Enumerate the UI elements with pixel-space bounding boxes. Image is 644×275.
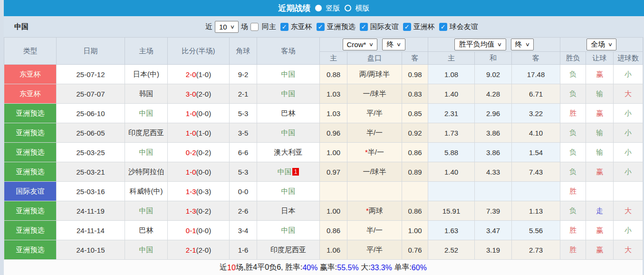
- competition-label-eastasia[interactable]: 东亚杯: [291, 22, 312, 31]
- cell-europe-away-odds: 6.71: [512, 84, 560, 104]
- chevron-down-icon: ∨: [525, 41, 529, 48]
- check-icon: ✓: [404, 23, 410, 30]
- cell-asia-away-odds: 0.92: [402, 123, 428, 143]
- chevron-down-icon: ∨: [369, 41, 374, 48]
- cell-score: 0-1(0-0): [168, 221, 230, 240]
- cell-home-team: 巴林: [125, 221, 168, 240]
- cell-win-loss: 胜: [560, 221, 586, 240]
- cell-handicap: [347, 182, 402, 201]
- cell-handicap: 半/一: [347, 221, 402, 240]
- cell-home-team: 印度尼西亚: [125, 123, 168, 143]
- cell-away-team: 日本: [257, 201, 320, 221]
- cell-europe-away-odds: 3.22: [512, 104, 560, 123]
- filter-bar: 中国 近 10 ∨ 场 同主 ✓ 东亚杯 ✓ 亚洲预选 ✓ 国际友谊 ✓ 亚洲杯…: [4, 16, 644, 37]
- cell-score: 3-0(2-0): [168, 84, 230, 104]
- cell-corners: 5-3: [230, 162, 257, 182]
- competition-checkbox-clubfriendly[interactable]: ✓: [439, 23, 447, 31]
- horizontal-layout-label[interactable]: 横版: [356, 4, 370, 13]
- cell-away-team: 中国: [257, 65, 320, 84]
- cell-away-team: 中国: [257, 84, 320, 104]
- cell-europe-home-odds: [428, 182, 475, 201]
- cell-goals-result: 大: [614, 240, 643, 260]
- competition-checkbox-friendly[interactable]: ✓: [360, 23, 368, 31]
- cell-handicap-result: 赢: [586, 221, 614, 240]
- cell-handicap-result: 赢: [586, 104, 614, 123]
- cell-europe-home-odds: 1.73: [428, 123, 475, 143]
- cell-corners: 3-5: [230, 123, 257, 143]
- cell-competition-type: 国际友谊: [4, 182, 57, 201]
- asia-odds-company-select[interactable]: Crow* ∨: [343, 39, 378, 50]
- competition-label-asiancup[interactable]: 亚洲杯: [413, 22, 435, 31]
- cell-europe-home-odds: 2.31: [428, 104, 475, 123]
- cell-away-team: 澳大利亚: [257, 143, 320, 162]
- same-home-label[interactable]: 同主: [262, 22, 276, 31]
- cell-goals-result: [614, 182, 643, 201]
- cell-goals-result: 小: [614, 143, 643, 162]
- competition-checkbox-asianqual[interactable]: ✓: [317, 23, 325, 31]
- competition-checkbox-asiancup[interactable]: ✓: [403, 23, 411, 31]
- subheader-europe-away: 客: [512, 52, 560, 65]
- horizontal-layout-radio[interactable]: [345, 5, 351, 11]
- recent-count-select[interactable]: 10 ∨: [215, 21, 239, 33]
- cell-date: 25-03-21: [57, 162, 125, 182]
- asia-odds-time-select[interactable]: 终 ∨: [382, 39, 405, 50]
- cell-date: 25-07-12: [57, 65, 125, 84]
- cell-corners: 3-4: [230, 221, 257, 240]
- table-row: 亚洲预选25-06-10中国1-0(0-0)5-3巴林1.03平/半0.852.…: [4, 104, 643, 123]
- cell-europe-draw-odds: 7.39: [475, 201, 512, 221]
- cell-home-team: 中国: [125, 143, 168, 162]
- header-date: 日期: [57, 38, 125, 65]
- cell-europe-draw-odds: [475, 182, 512, 201]
- team-name: 中国: [14, 22, 29, 31]
- cell-europe-away-odds: 1.54: [512, 143, 560, 162]
- vertical-layout-label[interactable]: 竖版: [326, 4, 340, 13]
- cell-date: 25-06-10: [57, 104, 125, 123]
- summary-segment: 大:: [359, 263, 371, 273]
- subheader-europe-draw: 和: [475, 52, 512, 65]
- cell-corners: 2-6: [230, 201, 257, 221]
- cell-corners: 6-6: [230, 143, 257, 162]
- competition-label-asianqual[interactable]: 亚洲预选: [327, 22, 356, 31]
- cell-asia-away-odds: 0.86: [402, 201, 428, 221]
- summary-segment: 10: [227, 264, 236, 272]
- cell-date: 24-11-14: [57, 221, 125, 240]
- cell-home-team: 中国: [125, 104, 168, 123]
- cell-europe-draw-odds: 2.96: [475, 104, 512, 123]
- table-row: 亚洲预选24-11-14巴林0-1(0-0)3-4中国0.86半/一1.001.…: [4, 221, 643, 240]
- subheader-asia-away: 客: [402, 52, 428, 65]
- table-row: 国际友谊25-03-16科威特(中)1-3(0-3)0-0中国胜: [4, 182, 643, 201]
- summary-segment: 赢率:: [317, 263, 337, 273]
- table-row: 亚洲预选25-03-25中国0-2(0-2)6-6澳大利亚1.00*半/一0.8…: [4, 143, 643, 162]
- vertical-layout-radio[interactable]: [315, 5, 322, 11]
- cell-win-loss: 负: [560, 201, 586, 221]
- cell-away-team: 中国: [257, 221, 320, 240]
- cell-europe-home-odds: 1.40: [428, 162, 475, 182]
- competition-label-clubfriendly[interactable]: 球会友谊: [450, 22, 478, 31]
- cell-corners: 2-1: [230, 84, 257, 104]
- cell-competition-type: 亚洲预选: [4, 240, 57, 260]
- recent-label: 近: [205, 22, 212, 31]
- header-home: 主场: [125, 38, 168, 65]
- europe-odds-time-select[interactable]: 终 ∨: [511, 39, 534, 50]
- cell-europe-draw-odds: 3.86: [475, 143, 512, 162]
- cell-date: 25-03-16: [57, 182, 125, 201]
- cell-europe-home-odds: 2.52: [428, 240, 475, 260]
- cell-win-loss: 胜: [560, 104, 586, 123]
- europe-odds-type-select[interactable]: 胜平负均值 ∨: [454, 39, 506, 50]
- cell-away-team: 中国: [257, 182, 320, 201]
- summary-segment: 33.3%: [371, 264, 392, 272]
- check-icon: ✓: [318, 23, 323, 30]
- cell-handicap: 半/一: [347, 123, 402, 143]
- cell-competition-type: 亚洲预选: [4, 221, 57, 240]
- cell-corners: 1-6: [230, 240, 257, 260]
- same-home-checkbox[interactable]: [250, 23, 259, 31]
- period-select[interactable]: 全场 ∨: [586, 39, 616, 50]
- cell-score: 1-3(0-3): [168, 182, 230, 201]
- competition-label-friendly[interactable]: 国际友谊: [370, 22, 399, 31]
- competition-checkbox-eastasia[interactable]: ✓: [280, 23, 288, 31]
- cell-away-team: 印度尼西亚: [257, 240, 320, 260]
- cell-handicap-result: 赢: [586, 240, 614, 260]
- header-score: 比分(半场): [168, 38, 230, 65]
- subheader-handicap-result: 让球: [586, 52, 614, 65]
- cell-asia-home-odds: 1.00: [320, 143, 347, 162]
